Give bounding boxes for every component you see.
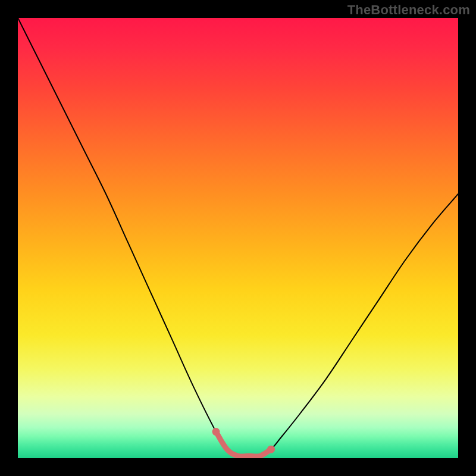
curve-svg [18, 18, 458, 458]
highlight-marker-dot [212, 428, 220, 436]
bottleneck-curve-path [18, 18, 458, 456]
chart-frame: TheBottleneck.com [0, 0, 476, 476]
highlight-marker-dot [267, 446, 275, 453]
watermark-text: TheBottleneck.com [347, 2, 470, 18]
highlight-segment-path [216, 432, 271, 457]
plot-area [18, 18, 458, 458]
